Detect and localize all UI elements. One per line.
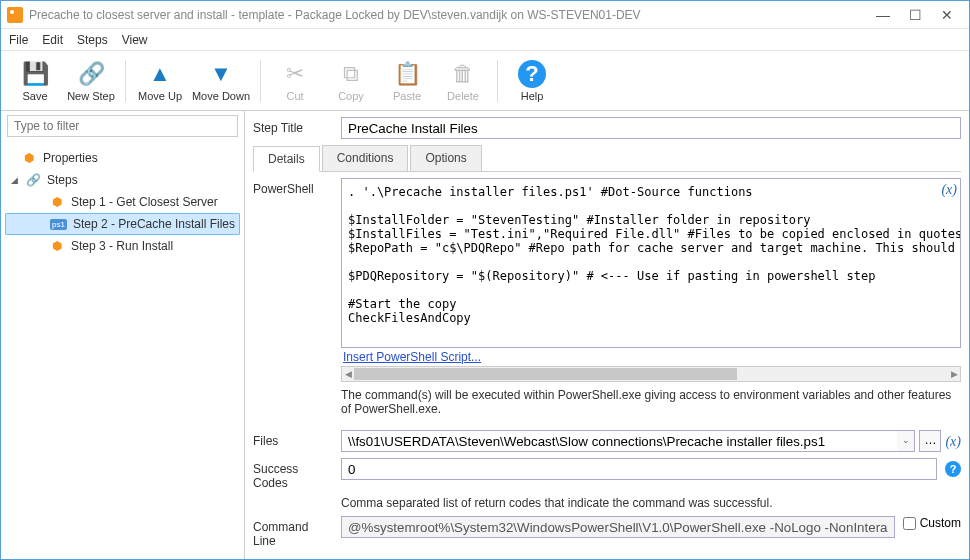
menu-view[interactable]: View [122,33,148,47]
horizontal-scrollbar[interactable]: ◀ ▶ [341,366,961,382]
tabs: Details Conditions Options [253,145,961,172]
toolbar: 💾 Save 🔗 New Step ▲ Move Up ▼ Move Down … [1,51,969,111]
arrow-up-icon: ▲ [146,60,174,88]
step-title-label: Step Title [253,117,333,135]
box-icon: ⬢ [21,150,37,166]
files-dropdown-button[interactable]: ⌄ [897,430,915,452]
step-icon: ⬢ [49,238,65,254]
tree-step-3[interactable]: ⬢ Step 3 - Run Install [5,235,240,257]
separator [497,60,498,102]
steps-icon: 🔗 [25,172,41,188]
expander-icon[interactable]: ◢ [9,175,19,185]
help-button[interactable]: ? Help [506,54,558,108]
tab-options[interactable]: Options [410,145,481,171]
sidebar: ⬢ Properties ◢ 🔗 Steps ⬢ Step 1 - Get Cl… [1,111,245,559]
close-button[interactable]: ✕ [931,4,963,26]
command-line-label: Command Line [253,516,333,548]
separator [260,60,261,102]
tree-step-1[interactable]: ⬢ Step 1 - Get Closest Server [5,191,240,213]
insert-script-link[interactable]: Insert PowerShell Script... [341,348,961,364]
save-icon: 💾 [21,60,49,88]
filter-input[interactable] [7,115,238,137]
files-browse-button[interactable]: … [919,430,941,452]
tab-details[interactable]: Details [253,146,320,172]
menu-edit[interactable]: Edit [42,33,63,47]
maximize-button[interactable]: ☐ [899,4,931,26]
app-icon [7,7,23,23]
new-step-button[interactable]: 🔗 New Step [65,54,117,108]
paste-button: 📋 Paste [381,54,433,108]
custom-checkbox-input[interactable] [903,517,916,530]
move-down-button[interactable]: ▼ Move Down [190,54,252,108]
success-codes-input[interactable] [341,458,937,480]
help-icon[interactable]: ? [945,461,961,477]
step-icon: ⬢ [49,194,65,210]
window-title: Precache to closest server and install -… [29,8,867,22]
powershell-help-text: The command(s) will be executed within P… [341,388,961,416]
success-codes-label: Success Codes [253,458,333,490]
custom-checkbox[interactable]: Custom [903,516,961,530]
tree-step-2[interactable]: ps1 Step 2 - PreCache Install Files [5,213,240,235]
new-step-icon: 🔗 [77,60,105,88]
move-up-button[interactable]: ▲ Move Up [134,54,186,108]
menu-steps[interactable]: Steps [77,33,108,47]
powershell-textarea[interactable] [341,178,961,348]
command-line-input[interactable] [341,516,895,538]
cut-button: ✂ Cut [269,54,321,108]
separator [125,60,126,102]
variable-icon[interactable]: (x) [941,182,957,198]
delete-button: 🗑 Delete [437,54,489,108]
minimize-button[interactable]: — [867,4,899,26]
ps-icon: ps1 [50,219,67,230]
powershell-label: PowerShell [253,178,333,196]
titlebar: Precache to closest server and install -… [1,1,969,29]
menubar: File Edit Steps View [1,29,969,51]
files-input[interactable] [341,430,898,452]
scroll-thumb[interactable] [354,368,737,380]
cut-icon: ✂ [281,60,309,88]
save-button[interactable]: 💾 Save [9,54,61,108]
help-icon: ? [518,60,546,88]
tree: ⬢ Properties ◢ 🔗 Steps ⬢ Step 1 - Get Cl… [1,141,244,559]
paste-icon: 📋 [393,60,421,88]
variable-icon[interactable]: (x) [945,432,961,450]
copy-icon: ⧉ [337,60,365,88]
tab-conditions[interactable]: Conditions [322,145,409,171]
tree-steps[interactable]: ◢ 🔗 Steps [5,169,240,191]
copy-button: ⧉ Copy [325,54,377,108]
menu-file[interactable]: File [9,33,28,47]
scroll-left-icon[interactable]: ◀ [342,367,354,381]
scroll-right-icon[interactable]: ▶ [948,367,960,381]
step-title-input[interactable] [341,117,961,139]
main-panel: Step Title Details Conditions Options Po… [245,111,969,559]
success-help-text: Comma separated list of return codes tha… [341,496,773,510]
arrow-down-icon: ▼ [207,60,235,88]
tree-properties[interactable]: ⬢ Properties [5,147,240,169]
files-label: Files [253,430,333,448]
delete-icon: 🗑 [449,60,477,88]
